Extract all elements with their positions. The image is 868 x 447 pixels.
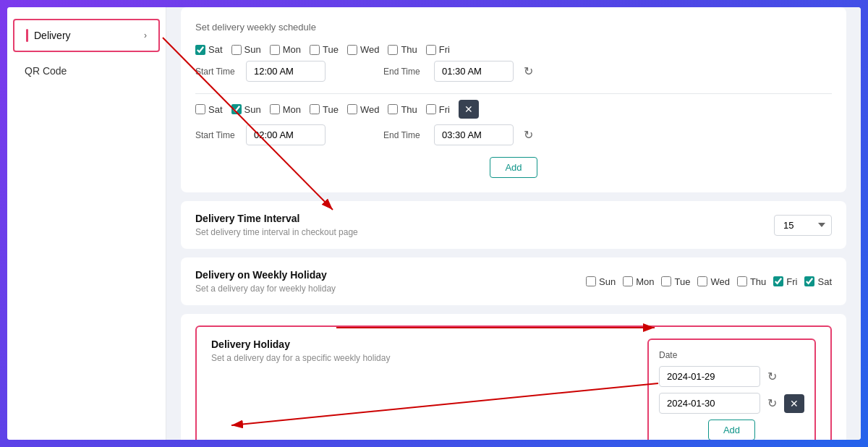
label-tue-1: Tue xyxy=(323,44,339,55)
checkbox-fri-1[interactable] xyxy=(426,45,436,55)
checkbox-sun-2[interactable] xyxy=(231,104,242,114)
schedule-hint: Set delivery weekly schedule xyxy=(195,22,832,33)
checkbox-tue-2[interactable] xyxy=(310,104,320,114)
day-row-2: Sat Sun Mon Tue xyxy=(195,100,832,119)
wh-label-mon: Mon xyxy=(636,276,654,287)
delivery-time-interval-title: Delivery Time Interval xyxy=(195,213,358,224)
day-tue-2[interactable]: Tue xyxy=(310,104,339,115)
day-sun-2[interactable]: Sun xyxy=(231,104,261,115)
day-wed-2[interactable]: Wed xyxy=(347,104,380,115)
wh-thu[interactable]: Thu xyxy=(737,276,766,287)
checkbox-sat-1[interactable] xyxy=(195,45,205,55)
sidebar-item-qr-code[interactable]: QR Code xyxy=(13,56,160,85)
label-sun-1: Sun xyxy=(244,44,261,55)
wh-checkbox-sun[interactable] xyxy=(586,276,596,286)
checkbox-sat-2[interactable] xyxy=(195,104,205,114)
delivery-holiday-dates: Date ↻ ↻ ✕ Add xyxy=(647,339,816,440)
wh-checkbox-sat[interactable] xyxy=(804,276,814,286)
checkbox-wed-2[interactable] xyxy=(347,104,357,114)
label-sat-2: Sat xyxy=(208,104,223,115)
main-content: Set delivery weekly schedule Sat Sun xyxy=(166,7,861,440)
day-tue-1[interactable]: Tue xyxy=(310,44,339,55)
end-time-label-1: End Time xyxy=(383,67,427,77)
date-input-2[interactable] xyxy=(659,393,760,414)
refresh-date-btn-1[interactable]: ↻ xyxy=(765,367,780,386)
checkbox-sun-1[interactable] xyxy=(231,45,242,55)
delivery-weekly-holiday-title: Delivery on Weekly Holiday xyxy=(195,269,336,281)
wh-wed[interactable]: Wed xyxy=(697,276,730,287)
day-thu-1[interactable]: Thu xyxy=(388,44,417,55)
delete-schedule-btn[interactable]: ✕ xyxy=(459,100,479,119)
day-mon-1[interactable]: Mon xyxy=(270,44,301,55)
start-time-input-2[interactable] xyxy=(246,124,326,145)
day-wed-1[interactable]: Wed xyxy=(347,44,380,55)
start-time-label-2: Start Time xyxy=(195,130,239,140)
delivery-weekly-holiday-row: Delivery on Weekly Holiday Set a deliver… xyxy=(181,257,846,305)
checkbox-mon-1[interactable] xyxy=(270,45,280,55)
refresh-date-btn-2[interactable]: ↻ xyxy=(765,393,780,413)
date-input-1[interactable] xyxy=(659,366,760,387)
date-label: Date xyxy=(659,350,804,360)
wh-mon[interactable]: Mon xyxy=(623,276,654,287)
label-wed-1: Wed xyxy=(360,44,380,55)
start-time-input-1[interactable] xyxy=(246,61,326,82)
wh-checkbox-wed[interactable] xyxy=(697,276,707,286)
interval-select[interactable]: 5 10 15 20 30 45 60 xyxy=(774,215,832,236)
schedule-row-2: Sat Sun Mon Tue xyxy=(195,100,832,145)
wh-checkbox-fri[interactable] xyxy=(773,276,783,286)
end-time-input-1[interactable] xyxy=(434,61,514,82)
day-mon-2[interactable]: Mon xyxy=(270,104,301,115)
checkbox-thu-1[interactable] xyxy=(388,45,398,55)
day-row-1: Sat Sun Mon Tue xyxy=(195,44,832,55)
wh-label-fri: Fri xyxy=(786,276,797,287)
day-fri-2[interactable]: Fri xyxy=(426,104,450,115)
schedule-row-1: Sat Sun Mon Tue xyxy=(195,44,832,82)
day-sat-1[interactable]: Sat xyxy=(195,44,223,55)
checkbox-wed-1[interactable] xyxy=(347,45,357,55)
label-tue-2: Tue xyxy=(323,104,339,115)
refresh-btn-1[interactable]: ↻ xyxy=(521,61,536,81)
wh-checkbox-thu[interactable] xyxy=(737,276,747,286)
delete-date-btn[interactable]: ✕ xyxy=(784,394,804,413)
checkbox-mon-2[interactable] xyxy=(270,104,280,114)
wh-fri[interactable]: Fri xyxy=(773,276,797,287)
wh-label-sat: Sat xyxy=(817,276,832,287)
label-sat-1: Sat xyxy=(208,44,223,55)
weekly-holiday-days: Sun Mon Tue Wed xyxy=(586,276,832,287)
checkbox-fri-2[interactable] xyxy=(426,104,436,114)
delivery-holiday-section: Delivery Holiday Set a delivery day for … xyxy=(181,314,846,440)
checkbox-thu-2[interactable] xyxy=(388,104,398,114)
add-holiday-date-btn[interactable]: Add xyxy=(708,420,755,440)
wh-label-tue: Tue xyxy=(674,276,690,287)
label-fri-2: Fri xyxy=(439,104,450,115)
sidebar-item-delivery[interactable]: Delivery › xyxy=(13,19,160,52)
day-fri-1[interactable]: Fri xyxy=(426,44,450,55)
delivery-weekly-holiday-desc: Set a delivery day for weekly holiday xyxy=(195,284,336,294)
wh-checkbox-tue[interactable] xyxy=(661,276,671,286)
refresh-btn-2[interactable]: ↻ xyxy=(521,125,536,145)
label-fri-1: Fri xyxy=(439,44,450,55)
end-time-label-2: End Time xyxy=(383,130,427,140)
wh-sun[interactable]: Sun xyxy=(586,276,616,287)
delivery-holiday-desc: Set a delivery day for a specific weekly… xyxy=(211,353,390,363)
day-thu-2[interactable]: Thu xyxy=(388,104,417,115)
sidebar-delivery-label: Delivery xyxy=(34,30,71,41)
label-thu-1: Thu xyxy=(401,44,417,55)
add-schedule-btn[interactable]: Add xyxy=(490,157,537,178)
delivery-holiday-info: Delivery Holiday Set a delivery day for … xyxy=(211,339,390,363)
sidebar: Delivery › QR Code xyxy=(7,7,166,440)
wh-sat[interactable]: Sat xyxy=(804,276,832,287)
wh-tue[interactable]: Tue xyxy=(661,276,690,287)
day-sat-2[interactable]: Sat xyxy=(195,104,223,115)
label-wed-2: Wed xyxy=(360,104,380,115)
time-row-2: Start Time End Time ↻ xyxy=(195,124,832,145)
start-time-label-1: Start Time xyxy=(195,67,239,77)
wh-checkbox-mon[interactable] xyxy=(623,276,633,286)
delivery-holiday-title: Delivery Holiday xyxy=(211,339,390,350)
delivery-time-interval-row: Delivery Time Interval Set delivery time… xyxy=(181,201,846,249)
day-sun-1[interactable]: Sun xyxy=(231,44,261,55)
checkbox-tue-1[interactable] xyxy=(310,45,320,55)
delivery-weekly-holiday-info: Delivery on Weekly Holiday Set a deliver… xyxy=(195,269,336,294)
end-time-input-2[interactable] xyxy=(434,124,514,145)
wh-label-thu: Thu xyxy=(750,276,766,287)
